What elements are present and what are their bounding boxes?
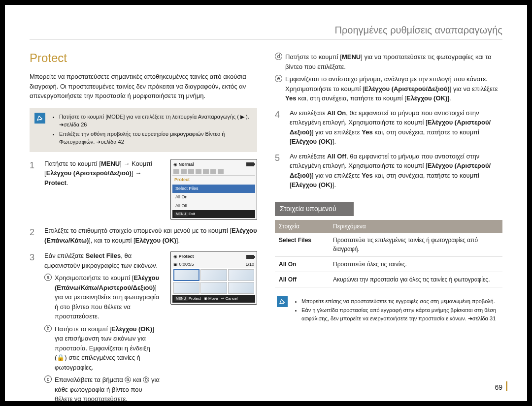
note-box-bottom: Μπορείτε επίσης να προστατεύσετε τις εγγ… [275,294,502,327]
table-header: Στοιχεία [275,220,329,233]
step-2: 2 Επιλέξτε το επιθυμητό στοιχείο υπομενο… [30,226,257,245]
thumbnail [200,282,227,294]
step-number: 1 [30,159,38,220]
substep-b: b Πατήστε το κουμπί [Ελέγχου (OK)] για ε… [44,324,161,373]
submenu-table: Στοιχεία Περιεχόμενα Select Files Προστα… [275,220,502,287]
screenshot-grid: ◉ Protect ▣ 0:00:551/10 MENU Protect [170,251,257,406]
table-row: All On Προστατεύει όλες τις ταινίες. [275,256,502,272]
step-body: Εάν επιλέξατε Select Files, θα εμφανιστο… [44,251,161,406]
note-item: Επιλέξτε την οθόνη προβολής του ευρετηρί… [59,130,252,146]
table-row: All Off Ακυρώνει την προστασία για όλες … [275,272,502,287]
page-number-accent [506,381,507,391]
menu-protect-label: Protect [172,176,255,185]
step-number: 5 [275,152,284,190]
thumbnail [173,282,200,294]
menu-item-all-off: All Off [172,202,255,211]
battery-icon [246,255,254,259]
step-3: 3 Εάν επιλέξατε Select Files, θα εμφανισ… [30,251,257,406]
circle-label-b: b [44,325,52,332]
circle-label-e: e [275,75,282,82]
circle-label-d: d [275,53,282,60]
thumbnail [173,269,200,281]
table-header: Περιεχόμενα [329,220,502,233]
substep-a: a Χρησιμοποιήστε το κουμπί [Ελέγχου (Επά… [44,273,161,321]
thumbnail [228,269,254,281]
menu-item-all-on: All On [172,193,255,202]
thumbnail-grid [172,268,255,295]
left-column: Protect Μπορείτε να προστατεύσετε σημαντ… [30,49,257,406]
right-column: d Πατήστε το κουμπί [MENU] για να προστα… [275,49,502,406]
submenu-heading: Στοιχεία υπομενού [275,202,354,216]
thumbnail [200,269,227,281]
step-number: 3 [30,251,38,406]
step-body: Πατήστε το κουμπί [MENU] → Κουμπί [Ελέγχ… [44,159,161,220]
note-item: Μπορείτε επίσης να προστατεύσετε τις εγγ… [301,297,499,306]
table-row: Select Files Προστατεύει τις επιλεγμένες… [275,233,502,257]
substep-e: e Εμφανίζεται το αντίστοιχο μήνυμα, ανάλ… [275,74,502,103]
intro-paragraph: Μπορείτε να προστατεύσετε σημαντικές απο… [30,72,257,101]
substep-c: c Επαναλάβετε τα βήματα ⓐ και ⓑ για κάθε… [44,375,161,404]
step-number: 2 [30,226,38,245]
two-column-layout: Protect Μπορείτε να προστατεύσετε σημαντ… [30,49,502,406]
step-number: 4 [275,108,284,147]
page-header: Προηγμένες ρυθμίσεις αναπαραγωγής [30,25,502,39]
battery-icon [246,162,254,166]
section-title: Protect [30,49,257,67]
circle-label-c: c [44,375,52,383]
thumbnail [228,282,254,294]
manual-page: Προηγμένες ρυθμίσεις αναπαραγωγής Protec… [5,5,527,401]
step-body: Επιλέξτε το επιθυμητό στοιχείο υπομενού … [44,226,257,245]
step-5: 5 Αν επιλέξατε All Off, θα εμφανιστεί το… [275,152,502,190]
substep-d: d Πατήστε το κουμπί [MENU] για να προστα… [275,52,502,71]
note-icon [34,113,45,124]
circle-label-a: a [44,274,52,281]
note-icon [277,296,288,307]
step-4: 4 Αν επιλέξατε All On, θα εμφανιστεί το … [275,108,502,147]
note-item: Πατήστε το κουμπί [MODE] για να επιλέξετ… [59,113,252,129]
page-number: 69 [495,383,502,391]
breadcrumb: Προηγμένες ρυθμίσεις αναπαραγωγής [335,25,502,35]
note-item: Εάν η γλωττίδα προστασίας από εγγραφή στ… [301,306,499,322]
note-box-top: Πατήστε το κουμπί [MODE] για να επιλέξετ… [30,108,257,152]
step-1: 1 Πατήστε το κουμπί [MENU] → Κουμπί [Ελέ… [30,159,257,220]
screenshot-menu: ◉ Normal Protect Select Files All On All… [170,159,257,220]
menu-item-select-files: Select Files [172,185,255,193]
